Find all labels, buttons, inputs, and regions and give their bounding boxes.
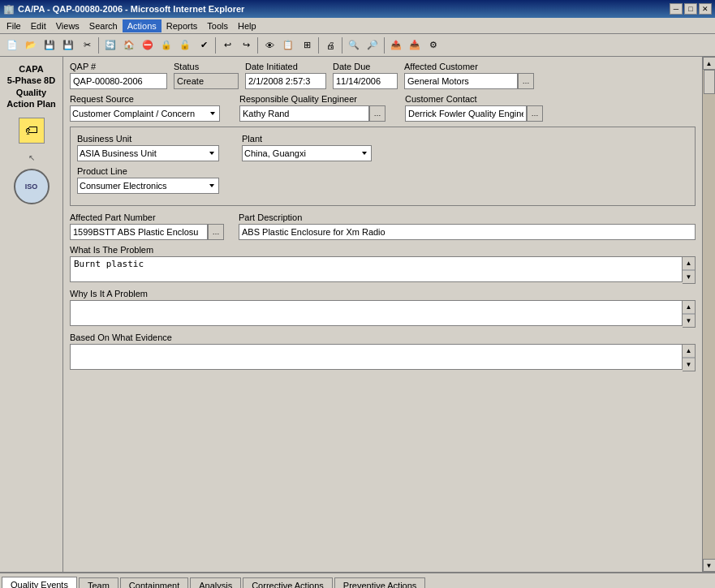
tb-open[interactable]: 📂 (22, 36, 40, 54)
tb-save2[interactable]: 💾 (59, 36, 77, 54)
customer-contact-browse[interactable]: … (527, 105, 543, 122)
tb-stop[interactable]: ⛔ (139, 36, 157, 54)
affected-part-browse[interactable]: … (208, 224, 224, 240)
what-is-problem-textarea[interactable]: Burnt plastic (70, 256, 683, 282)
affected-part-input[interactable] (70, 224, 208, 240)
business-unit-group: Business Unit ASIA Business Unit (77, 134, 219, 161)
tab-team[interactable]: Team (79, 577, 118, 588)
tab-analysis[interactable]: Analysis (190, 577, 241, 588)
evidence-label: Based On What Evidence (70, 333, 696, 342)
evidence-scroll-up[interactable]: ▲ (683, 345, 695, 358)
tb-export[interactable]: 📤 (387, 36, 405, 54)
tb-sep3 (257, 37, 258, 54)
tb-cut[interactable]: ✂ (78, 36, 96, 54)
date-due-input[interactable] (333, 73, 398, 89)
scroll-thumb[interactable] (704, 70, 715, 94)
maximize-button[interactable]: □ (684, 3, 697, 15)
scroll-track (703, 70, 716, 559)
scroll-up-arrow[interactable]: ▲ (703, 57, 716, 70)
affected-customer-label: Affected Customer (404, 62, 534, 71)
problem-scroll-down[interactable]: ▼ (683, 270, 695, 283)
inner-row-2: Product Line Consumer Electronics (77, 166, 688, 194)
plant-label: Plant (242, 134, 372, 144)
tb-check[interactable]: ✔ (195, 36, 213, 54)
evidence-scroll-down[interactable]: ▼ (683, 358, 695, 371)
tab-preventive-actions[interactable]: Preventive Actions (334, 577, 426, 588)
date-due-group: Date Due (333, 62, 398, 89)
tab-quality-events[interactable]: Quality Events (2, 577, 77, 588)
minimize-button[interactable]: ─ (670, 3, 683, 15)
customer-contact-input-group: … (405, 105, 543, 122)
part-description-input[interactable] (239, 224, 696, 240)
scroll-down-arrow[interactable]: ▼ (703, 559, 716, 572)
tb-search[interactable]: 🔍 (345, 36, 363, 54)
plant-group: Plant China, Guangxi (242, 134, 372, 161)
tb-sep2 (215, 37, 216, 54)
date-initiated-input[interactable] (245, 73, 326, 89)
qap-group: QAP # (70, 62, 167, 89)
menu-bar: File Edit Views Search Actions Reports T… (0, 18, 715, 34)
main-scrollbar[interactable]: ▲ ▼ (702, 57, 715, 572)
affected-customer-input[interactable] (404, 73, 518, 89)
status-input[interactable] (174, 73, 239, 89)
left-panel: CAPA5-Phase 8DQualityAction Plan 🏷 ↖ ISO (0, 57, 63, 572)
tb-lock[interactable]: 🔒 (157, 36, 175, 54)
tb-view[interactable]: 👁 (261, 36, 278, 54)
product-line-label: Product Line (77, 166, 219, 176)
business-unit-select[interactable]: ASIA Business Unit (77, 145, 219, 161)
customer-contact-label: Customer Contact (405, 94, 543, 104)
plant-select[interactable]: China, Guangxi (242, 145, 372, 161)
menu-file[interactable]: File (2, 19, 26, 32)
tb-config[interactable]: ⚙ (424, 36, 442, 54)
inner-row-1: Business Unit ASIA Business Unit Plant C… (77, 134, 688, 161)
evidence-textarea[interactable] (70, 344, 683, 370)
menu-search[interactable]: Search (84, 19, 123, 32)
why-scroll-down[interactable]: ▼ (683, 314, 695, 327)
request-source-select[interactable]: Customer Complaint / Concern (70, 105, 220, 122)
menu-help[interactable]: Help (233, 19, 261, 32)
iso-icon: ISO (14, 169, 50, 204)
request-source-label: Request Source (70, 94, 220, 104)
tb-search2[interactable]: 🔎 (364, 36, 381, 54)
tb-list[interactable]: 📋 (279, 36, 297, 54)
tb-new[interactable]: 📄 (3, 36, 21, 54)
customer-contact-group: Customer Contact … (405, 94, 543, 122)
menu-actions[interactable]: Actions (123, 19, 162, 32)
why-problem-textarea[interactable] (70, 300, 683, 326)
title-bar: 🏢 CA/PA - QAP-00080-2006 - Microsoft Int… (0, 0, 715, 18)
responsible-qe-browse[interactable]: … (369, 105, 385, 122)
responsible-qe-label: Responsible Quality Engineer (239, 94, 385, 104)
date-initiated-group: Date Initiated (245, 62, 326, 89)
tb-cols[interactable]: ⊞ (298, 36, 316, 54)
affected-customer-browse[interactable]: … (518, 73, 534, 89)
app-icon: 🏢 (3, 4, 15, 15)
responsible-qe-input-group: … (239, 105, 385, 122)
customer-contact-input[interactable] (405, 105, 527, 122)
tb-print[interactable]: 🖨 (321, 36, 339, 54)
affected-customer-input-group: … (404, 73, 534, 89)
tb-save[interactable]: 💾 (41, 36, 58, 54)
qap-input[interactable] (70, 73, 167, 89)
close-button[interactable]: ✕ (699, 3, 712, 15)
why-problem-label: Why Is It A Problem (70, 289, 696, 298)
cursor-icon: ↖ (28, 153, 35, 162)
responsible-qe-input[interactable] (239, 105, 369, 122)
product-line-select[interactable]: Consumer Electronics (77, 178, 219, 194)
tab-containment[interactable]: Containment (120, 577, 188, 588)
tb-import[interactable]: 📥 (406, 36, 424, 54)
tb-unlock[interactable]: 🔓 (176, 36, 194, 54)
tb-home[interactable]: 🏠 (120, 36, 138, 54)
why-scroll-up[interactable]: ▲ (683, 301, 695, 314)
affected-part-input-group: … (70, 224, 224, 240)
app-title: CAPA5-Phase 8DQualityAction Plan (6, 63, 56, 109)
tb-redo[interactable]: ↪ (237, 36, 255, 54)
tb-refresh[interactable]: 🔄 (101, 36, 119, 54)
menu-views[interactable]: Views (51, 19, 84, 32)
menu-reports[interactable]: Reports (162, 19, 203, 32)
menu-edit[interactable]: Edit (26, 19, 51, 32)
problem-scroll-up[interactable]: ▲ (683, 257, 695, 270)
main-toolbar: 📄 📂 💾 💾 ✂ 🔄 🏠 ⛔ 🔒 🔓 ✔ ↩ ↪ 👁 📋 ⊞ 🖨 🔍 🔎 📤 … (0, 34, 715, 57)
menu-tools[interactable]: Tools (202, 19, 233, 32)
tab-corrective-actions[interactable]: Corrective Actions (243, 577, 333, 588)
tb-undo[interactable]: ↩ (218, 36, 236, 54)
